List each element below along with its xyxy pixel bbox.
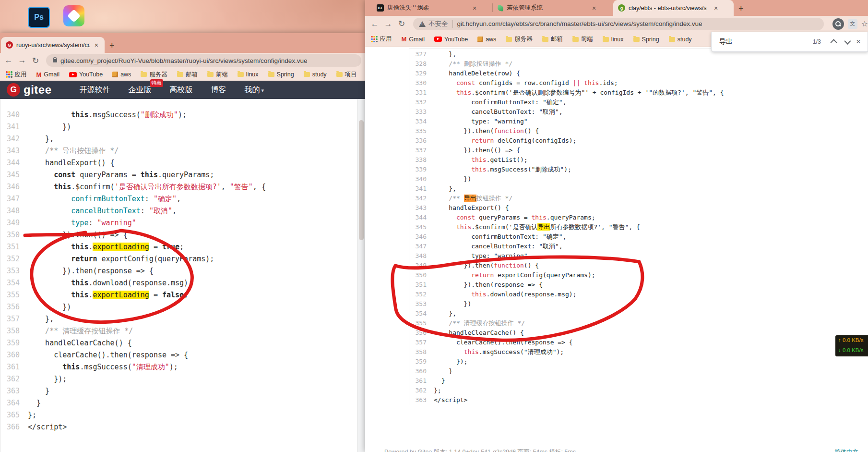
line-number[interactable]: 353 — [409, 299, 427, 309]
lw-scrollbar[interactable] — [357, 99, 365, 452]
bookmark-linux[interactable]: linux — [603, 36, 624, 43]
rw-address-bar[interactable]: 不安全 git.hchyun.com/clay/ebts/src/branch/… — [413, 18, 824, 30]
close-tab-icon[interactable]: × — [471, 4, 478, 12]
bookmark-star-icon[interactable]: ☆ — [861, 19, 868, 28]
find-close-icon[interactable]: × — [854, 37, 863, 47]
bookmark-YouTube[interactable]: YouTube — [434, 36, 468, 43]
lw-address-bar[interactable]: gitee.com/y_project/RuoYi-Vue/blob/maste… — [46, 54, 361, 67]
bookmark-aws[interactable]: aws — [112, 71, 131, 78]
line-number[interactable]: 342 — [0, 133, 20, 145]
gitee-nav-开源软件[interactable]: 开源软件 — [80, 85, 110, 95]
line-number[interactable]: 358 — [409, 347, 427, 357]
line-number[interactable]: 343 — [0, 145, 20, 157]
photoshop-icon[interactable]: Ps — [28, 7, 50, 28]
line-number[interactable]: 351 — [0, 241, 20, 253]
line-number[interactable]: 344 — [409, 213, 427, 222]
rw-url[interactable]: git.hchyun.com/clay/ebts/src/branch/mast… — [457, 20, 702, 27]
line-number[interactable]: 354 — [0, 277, 20, 289]
find-previous-icon[interactable] — [829, 37, 840, 47]
line-number[interactable]: 366 — [0, 421, 20, 433]
line-number[interactable]: 359 — [409, 357, 427, 366]
bookmark-linux[interactable]: linux — [238, 71, 259, 78]
line-number[interactable]: 343 — [409, 203, 427, 213]
line-number[interactable]: 363 — [0, 385, 20, 397]
line-number[interactable]: 347 — [0, 193, 20, 205]
line-number[interactable]: 329 — [409, 69, 427, 78]
bookmark-邮箱[interactable]: 邮箱 — [177, 71, 198, 79]
line-number[interactable]: 356 — [409, 328, 427, 338]
close-tab-icon[interactable]: × — [93, 41, 100, 49]
bookmark-前端[interactable]: 前端 — [207, 71, 228, 79]
bookmark-study[interactable]: study — [669, 36, 692, 43]
line-number[interactable]: 330 — [409, 78, 427, 88]
lw-scrollbar-thumb[interactable] — [359, 120, 364, 240]
line-number[interactable]: 344 — [0, 157, 20, 169]
bookmark-服务器[interactable]: 服务器 — [141, 71, 167, 79]
line-number[interactable]: 355 — [0, 289, 20, 301]
line-number[interactable]: 352 — [0, 253, 20, 265]
line-number[interactable]: 348 — [409, 251, 427, 261]
line-number[interactable]: 362 — [409, 386, 427, 395]
back-icon[interactable]: ← — [368, 19, 381, 29]
line-number[interactable]: 352 — [409, 290, 427, 299]
line-number[interactable]: 361 — [0, 361, 20, 373]
line-number[interactable]: 361 — [409, 376, 427, 386]
rw-tab-3[interactable]: gclay/ebts - ebts-ui/src/views/s× — [613, 0, 734, 16]
line-number[interactable]: 336 — [409, 136, 427, 146]
gitee-nav-博客[interactable]: 博客 — [211, 85, 226, 95]
forward-icon[interactable]: → — [15, 56, 29, 65]
find-next-icon[interactable] — [842, 37, 852, 47]
gitee-nav-高校版[interactable]: 高校版 — [170, 85, 193, 95]
line-number[interactable]: 360 — [409, 366, 427, 376]
footer-language-link[interactable]: 简体中文 — [834, 448, 858, 452]
line-number[interactable]: 356 — [0, 301, 20, 313]
line-number[interactable]: 337 — [409, 146, 427, 155]
line-number[interactable]: 333 — [409, 107, 427, 117]
line-number[interactable]: 334 — [409, 117, 427, 126]
line-number[interactable]: 358 — [0, 325, 20, 337]
line-number[interactable]: 364 — [0, 397, 20, 409]
line-number[interactable]: 365 — [0, 409, 20, 421]
line-number[interactable]: 335 — [409, 126, 427, 136]
line-number[interactable]: 339 — [409, 165, 427, 174]
translate-icon[interactable]: 文 — [848, 19, 857, 29]
bookmark-应用[interactable]: 应用 — [6, 71, 27, 79]
forward-icon[interactable]: → — [381, 19, 395, 29]
line-number[interactable]: 363 — [409, 395, 427, 405]
bookmark-邮箱[interactable]: 邮箱 — [542, 35, 563, 43]
line-number[interactable]: 332 — [409, 98, 427, 107]
line-number[interactable]: 353 — [0, 265, 20, 277]
reload-icon[interactable]: ↻ — [395, 19, 408, 29]
line-number[interactable]: 345 — [0, 169, 20, 181]
bookmark-Spring[interactable]: Spring — [633, 36, 659, 43]
bookmark-Spring[interactable]: Spring — [268, 71, 294, 78]
bookmark-aws[interactable]: aws — [477, 36, 496, 43]
close-tab-icon[interactable]: × — [591, 4, 597, 12]
line-number[interactable]: 362 — [0, 373, 20, 385]
bookmark-前端[interactable]: 前端 — [572, 35, 593, 43]
lw-tab[interactable]: G ruoyi-ui/src/views/system/con × — [1, 37, 105, 53]
search-extension-icon[interactable] — [832, 18, 844, 30]
video-editor-icon[interactable] — [63, 5, 84, 26]
line-number[interactable]: 349 — [0, 217, 20, 229]
line-number[interactable]: 350 — [0, 229, 20, 241]
new-tab-button[interactable]: + — [734, 4, 749, 16]
line-number[interactable]: 328 — [409, 59, 427, 69]
back-icon[interactable]: ← — [2, 56, 15, 65]
line-number[interactable]: 355 — [409, 318, 427, 328]
bookmark-Gmail[interactable]: MGmail — [402, 36, 425, 43]
bookmark-Gmail[interactable]: MGmail — [36, 71, 60, 78]
rw-tab-2[interactable]: 若依管理系统× — [493, 0, 613, 16]
line-number[interactable]: 348 — [0, 205, 20, 217]
line-number[interactable]: 346 — [409, 232, 427, 242]
line-number[interactable]: 338 — [409, 155, 427, 165]
gitee-logo[interactable]: G gitee — [7, 83, 52, 97]
line-number[interactable]: 342 — [409, 194, 427, 203]
lw-url[interactable]: gitee.com/y_project/RuoYi-Vue/blob/maste… — [60, 57, 307, 64]
line-number[interactable]: 331 — [409, 88, 427, 98]
bookmark-YouTube[interactable]: YouTube — [69, 71, 103, 78]
line-number[interactable]: 354 — [409, 309, 427, 318]
line-number[interactable]: 327 — [409, 49, 427, 59]
close-tab-icon[interactable]: × — [713, 4, 719, 12]
line-number[interactable]: 359 — [0, 337, 20, 349]
